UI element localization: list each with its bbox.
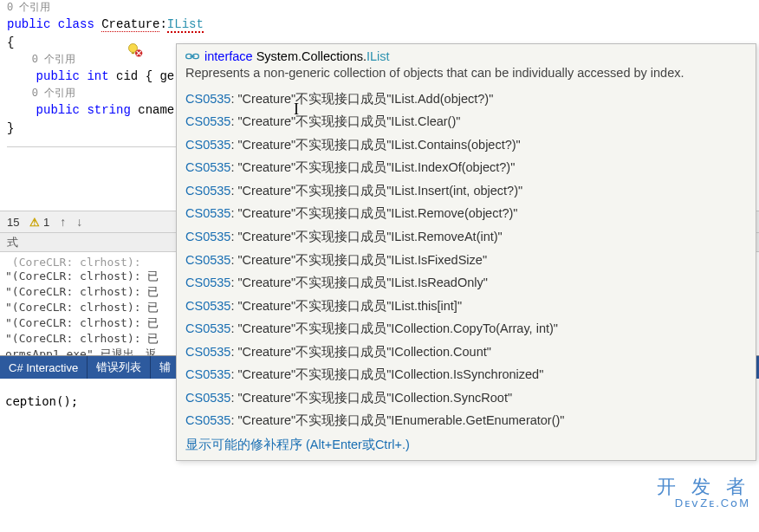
tooltip-error-line: CS0535: "Creature"不实现接口成员"ICollection.Co… bbox=[185, 321, 747, 338]
error-message: : "Creature"不实现接口成员"IList.Contains(objec… bbox=[230, 138, 520, 152]
tooltip-error-line: CS0535: "Creature"不实现接口成员"IList.IndexOf(… bbox=[185, 159, 747, 177]
quickinfo-tooltip: interface System.Collections.IList Repre… bbox=[176, 43, 756, 461]
error-message: : "Creature"不实现接口成员"ICollection.SyncRoot… bbox=[230, 391, 512, 405]
error-message: : "Creature"不实现接口成员"IList.IsFixedSize" bbox=[230, 253, 487, 267]
tooltip-error-line: CS0535: "Creature"不实现接口成员"IList.IsReadOn… bbox=[185, 275, 747, 292]
tab-error-list[interactable]: 错误列表 bbox=[88, 356, 151, 379]
warning-icon: ⚠ 1 bbox=[29, 216, 49, 229]
error-code: CS0535 bbox=[185, 321, 230, 335]
error-message: : "Creature"不实现接口成员"IEnumerable.GetEnume… bbox=[230, 413, 564, 427]
codelens-refs[interactable]: 0 个引用 bbox=[7, 0, 752, 16]
error-code: CS0535 bbox=[185, 413, 230, 427]
watermark: 开 发 者 DᴇᴠZᴇ.CᴏM bbox=[657, 477, 750, 509]
tooltip-error-line: CS0535: "Creature"不实现接口成员"ICollection.Sy… bbox=[185, 390, 747, 407]
error-code: CS0535 bbox=[185, 299, 230, 313]
error-code: CS0535 bbox=[185, 206, 230, 220]
error-message: : "Creature"不实现接口成员"IList.Clear()" bbox=[230, 114, 460, 128]
next-error-button[interactable]: ↓ bbox=[76, 215, 82, 229]
tooltip-error-list: CS0535: "Creature"不实现接口成员"IList.Add(obje… bbox=[185, 91, 747, 430]
error-message: : "Creature"不实现接口成员"IList.Add(object?)" bbox=[230, 92, 493, 106]
error-code: CS0535 bbox=[185, 184, 230, 198]
text-cursor-icon: I bbox=[294, 101, 299, 119]
error-code: CS0535 bbox=[185, 138, 230, 152]
tooltip-error-line: CS0535: "Creature"不实现接口成员"ICollection.Co… bbox=[185, 344, 747, 361]
error-message: : "Creature"不实现接口成员"ICollection.Count" bbox=[230, 345, 490, 359]
tooltip-error-line: CS0535: "Creature"不实现接口成员"ICollection.Is… bbox=[185, 367, 747, 384]
tooltip-description: Represents a non-generic collection of o… bbox=[185, 65, 747, 82]
error-message: : "Creature"不实现接口成员"IList.this[int]" bbox=[230, 299, 462, 313]
error-code: CS0535 bbox=[185, 114, 230, 128]
tooltip-error-line: CS0535: "Creature"不实现接口成员"IEnumerable.Ge… bbox=[185, 412, 747, 430]
tooltip-error-line: CS0535: "Creature"不实现接口成员"IList.IsFixedS… bbox=[185, 252, 747, 269]
error-message: : "Creature"不实现接口成员"IList.Remove(object?… bbox=[230, 206, 517, 220]
error-count: 15 bbox=[7, 216, 19, 229]
code-line-class[interactable]: public class Creature:IList bbox=[7, 16, 752, 34]
tooltip-error-line: CS0535: "Creature"不实现接口成员"IList.Insert(i… bbox=[185, 183, 747, 200]
error-code: CS0535 bbox=[185, 230, 230, 243]
tooltip-error-line: CS0535: "Creature"不实现接口成员"IList.this[int… bbox=[185, 298, 747, 315]
prev-error-button[interactable]: ↑ bbox=[60, 215, 66, 229]
error-message: : "Creature"不实现接口成员"IList.IndexOf(object… bbox=[230, 160, 515, 174]
interface-icon bbox=[185, 51, 199, 62]
lightbulb-icon[interactable] bbox=[126, 42, 145, 59]
tooltip-error-line: CS0535: "Creature"不实现接口成员"IList.Remove(o… bbox=[185, 205, 747, 223]
error-code: CS0535 bbox=[185, 367, 230, 381]
tooltip-error-line: CS0535: "Creature"不实现接口成员"IList.Contains… bbox=[185, 137, 747, 154]
tooltip-error-line: CS0535: "Creature"不实现接口成员"IList.Clear()" bbox=[185, 114, 747, 131]
tab-csharp-interactive[interactable]: C# Interactive bbox=[0, 356, 88, 379]
tooltip-header: interface System.Collections.IList bbox=[185, 49, 747, 63]
error-message: : "Creature"不实现接口成员"ICollection.CopyTo(A… bbox=[230, 321, 558, 335]
error-code: CS0535 bbox=[185, 253, 230, 267]
error-code: CS0535 bbox=[185, 276, 230, 289]
error-message: : "Creature"不实现接口成员"IList.RemoveAt(int)" bbox=[230, 230, 502, 243]
error-code: CS0535 bbox=[185, 92, 230, 106]
show-fixes-link[interactable]: 显示可能的修补程序 (Alt+Enter或Ctrl+.) bbox=[185, 437, 747, 453]
error-message: : "Creature"不实现接口成员"IList.IsReadOnly" bbox=[230, 276, 487, 289]
error-message: : "Creature"不实现接口成员"ICollection.IsSynchr… bbox=[230, 367, 543, 381]
error-code: CS0535 bbox=[185, 391, 230, 405]
tooltip-error-line: CS0535: "Creature"不实现接口成员"IList.RemoveAt… bbox=[185, 229, 747, 246]
error-code: CS0535 bbox=[185, 160, 230, 174]
tooltip-error-line: CS0535: "Creature"不实现接口成员"IList.Add(obje… bbox=[185, 91, 747, 108]
error-message: : "Creature"不实现接口成员"IList.Insert(int, ob… bbox=[230, 184, 522, 198]
error-code: CS0535 bbox=[185, 345, 230, 359]
